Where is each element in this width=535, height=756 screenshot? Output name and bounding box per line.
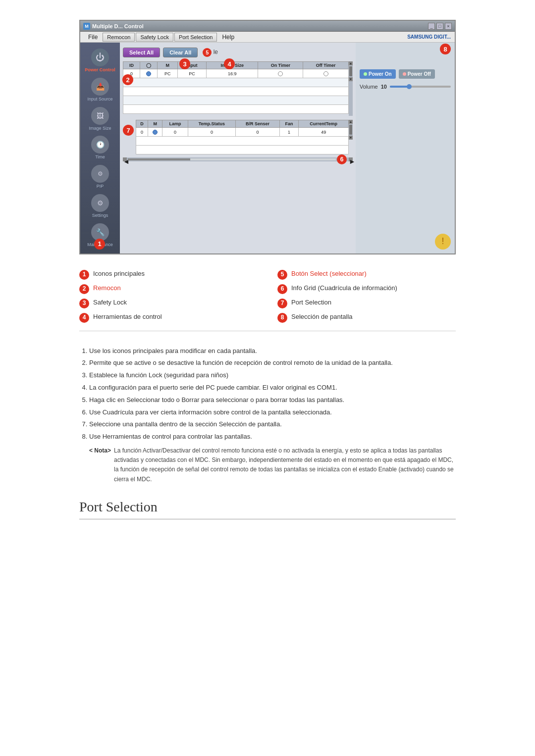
bottom-table-row: 0 0 0 0 1 49 [136,128,349,137]
sidebar-label-time: Time [95,154,105,160]
bcol-m: M [148,120,162,128]
menu-remocon[interactable]: Remocon [103,33,135,42]
bcol-current-temp: CurrentTemp [299,120,349,128]
bottom-grid-container: 7 D M Lamp Temp.Status B/R Senser Fa [123,120,353,154]
instruction-2: Permite que se active o se desactive la … [89,358,456,368]
radio-filled-b[interactable] [153,130,158,135]
badge-7: 7 [123,125,134,136]
title-bar-controls[interactable]: _ □ × [428,23,452,30]
power-controls: Power On Power Off [360,69,451,79]
badge-6: 6 [337,154,347,164]
sidebar-item-power-control[interactable]: ⏻ Power Control [82,47,118,75]
bottom-scroll-down[interactable]: ▼ [349,136,353,140]
hscroll-left[interactable]: ◄ [123,157,127,161]
menu-safety-lock[interactable]: Safety Lock [136,33,173,42]
volume-value: 10 [381,84,387,90]
pip-icon: ⚙ [91,165,109,183]
legend-text-2: Remocon [93,284,258,293]
legend-item-3: 3 Safety Lock [79,298,258,308]
alert-icon: ! [435,234,451,250]
legend-badge-5: 5 [277,270,287,280]
sidebar-item-input-source[interactable]: 📥 Input Source [82,76,118,104]
select-all-button[interactable]: Select All [123,48,160,57]
power-on-dot [364,72,367,76]
scroll-up-button[interactable]: ▲ [349,61,353,65]
bottom-scrollbar[interactable]: ▲ ▼ [349,120,353,140]
instruction-7: Seleccione una pantalla dentro de la sec… [89,419,456,430]
sidebar-item-time[interactable]: 🕐 Time [82,134,118,162]
sidebar-label-settings: Settings [92,213,108,218]
legend-badge-6: 6 [277,284,287,294]
power-off-button[interactable]: Power Off [399,69,435,79]
table-row [123,105,349,114]
legend-item-6: 6 Info Grid (Cuadrícula de información) [277,284,456,294]
bcell-curtemp: 49 [299,128,349,137]
col-on-timer: On Timer [258,62,303,69]
bcol-temp-status: Temp.Status [188,120,236,128]
input-source-icon: 📥 [91,78,109,96]
scroll-down-button[interactable]: ▼ [349,77,353,81]
radio-empty-2[interactable] [323,71,328,76]
menu-file[interactable]: File [84,33,102,42]
sidebar-label-pip: PIP [97,184,104,189]
legend-text-6: Info Grid (Cuadrícula de información) [291,284,456,293]
bottom-scroll-up[interactable]: ▲ [349,120,353,124]
menu-port-selection[interactable]: Port Selection [174,33,217,42]
bcell-m [148,128,162,137]
legend-badge-4: 4 [79,313,89,323]
maximize-button[interactable]: □ [436,23,443,30]
badge-8: 8 [440,44,451,54]
col-m: M [158,62,177,69]
volume-thumb[interactable] [407,84,412,89]
image-size-icon: 🖼 [91,107,109,125]
top-toolbar: Select All Clear All 5 le [123,46,353,59]
instruction-6: Use Cuadrícula para ver cierta informaci… [89,407,456,418]
minimize-button[interactable]: _ [428,23,435,30]
legend-item-5: 5 Botón Select (seleccionar) [277,269,456,280]
power-off-dot [403,72,406,76]
nota-label: < Nota> [89,446,111,484]
alert-container: ! [360,234,451,250]
bcell-brs: 0 [236,128,279,137]
scrollbar-right[interactable]: ▲ ▼ [349,61,353,116]
table-row [123,78,349,87]
app-body: ⏻ Power Control 📥 Input Source 🖼 Image S… [80,43,455,253]
bottom-scroll-thumb[interactable] [349,125,352,135]
hscroll-right[interactable]: ► [349,157,353,161]
app-title: Multiple D... Control [92,23,144,29]
time-icon: 🕐 [91,136,109,153]
sidebar-item-image-size[interactable]: 🖼 Image Size [82,105,118,133]
badge-5: 5 [203,48,212,57]
app-icon: M [83,23,90,30]
radio-empty-1[interactable] [278,71,283,76]
sidebar-item-settings[interactable]: ⚙ Settings [82,192,118,220]
numbered-list: Use los iconos principales para modifica… [79,341,456,489]
table-row [123,96,349,105]
sidebar-item-pip[interactable]: ⚙ PIP [82,163,118,191]
horizontal-scrollbar[interactable]: ◄ 6 ► [123,157,353,161]
sidebar-label-power-control: Power Control [85,67,115,73]
toolbar-file-label: 5 le [203,48,218,57]
clear-all-button[interactable]: Clear All [163,48,198,57]
col-check: ◯ [140,62,158,69]
bcol-d: D [136,120,148,128]
scroll-thumb[interactable] [349,66,352,76]
radio-filled[interactable] [146,71,151,76]
power-off-label: Power Off [408,71,431,77]
power-on-label: Power On [369,71,392,77]
legend-badge-2: 2 [79,284,89,294]
close-button[interactable]: × [445,23,452,30]
legend-item-1: 1 Iconos principales [79,269,258,280]
bcell-d: 0 [136,128,148,137]
volume-slider[interactable] [390,86,451,88]
bcell-fan: 1 [279,128,299,137]
instruction-5: Haga clic en Seleccionar todo o Borrar p… [89,395,456,405]
badge-2-overlay: 2 [122,74,133,85]
legend-text-4: Herramientas de control [93,312,258,321]
cell-check [140,69,158,78]
menu-help[interactable]: Help [218,33,238,42]
legend-badge-8: 8 [277,313,287,323]
power-on-button[interactable]: Power On [360,69,396,79]
hscroll-thumb[interactable] [128,158,190,160]
right-spacer [360,95,451,199]
